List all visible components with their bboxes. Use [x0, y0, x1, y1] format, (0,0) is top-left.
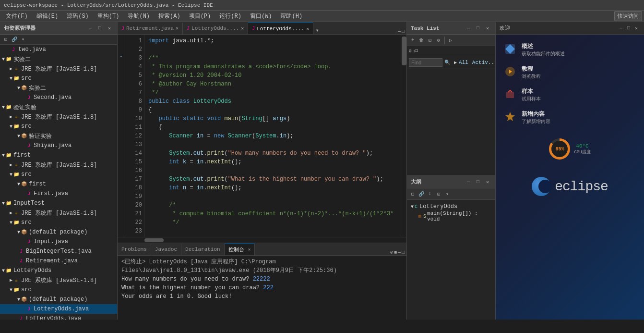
tree-item-default-pkg2[interactable]: ▼ 📦 (default package) [0, 295, 117, 304]
task-expand-btn[interactable]: ▷ [447, 37, 454, 44]
tree-item-yanzheng[interactable]: ▼ 📁 验证实验 [0, 102, 117, 112]
outline-close-btn[interactable]: ✕ [484, 178, 491, 186]
task-minimize-btn[interactable]: — [465, 25, 472, 32]
tree-item-jre-input[interactable]: ▶ ☕ JRE 系统库 [JavaSE-1.8] [0, 208, 117, 218]
tab-javadoc[interactable]: Javadoc [151, 244, 181, 255]
find-activ-btn[interactable]: Activ... [472, 60, 498, 65]
tree-item-jre-yanzheng[interactable]: ▶ ☕ JRE 系统库 [JavaSE-1.8] [0, 112, 117, 122]
sidebar-close-btn[interactable]: ✕ [106, 25, 113, 32]
menu-navigate[interactable]: 导航(N) [124, 11, 154, 21]
tree-item-first[interactable]: ▼ 📁 first [0, 150, 117, 160]
menu-project[interactable]: 项目(P) [185, 11, 215, 21]
code-editor[interactable]: - 1234567 891011121314 15161718192021 22… [118, 35, 406, 237]
editor-hscrollbar[interactable] [118, 237, 406, 243]
outline-collapse-btn[interactable]: ⊟ [409, 190, 417, 198]
console-minimize-btn[interactable]: — [398, 250, 401, 255]
scroll-thumb[interactable] [402, 37, 406, 65]
tree-item-src-shiyan2[interactable]: ▼ 📁 src [0, 74, 117, 83]
welcome-maximize-btn[interactable]: □ [625, 25, 632, 32]
menu-run[interactable]: 运行(R) [215, 11, 245, 21]
code-content[interactable]: import java.util.*; /** * This program d… [144, 35, 401, 237]
task-close-btn[interactable]: ✕ [484, 25, 491, 32]
welcome-item-overview[interactable]: 概述 获取功能部件的概述 [503, 42, 636, 57]
tab-lotteryodds2-close[interactable]: ✕ [306, 26, 309, 32]
tree-item-first-pkg[interactable]: ▼ 📦 first [0, 179, 117, 189]
tree-item-src-input[interactable]: ▼ 📁 src [0, 218, 117, 227]
task-maximize-btn[interactable]: □ [474, 25, 482, 32]
find-all-btn[interactable]: All [459, 60, 468, 65]
menu-edit[interactable]: 编辑(E) [33, 11, 62, 21]
task-settings-btn[interactable]: ⚙ [435, 37, 442, 44]
tab-declaration[interactable]: Declaration [181, 244, 225, 255]
tab-retirement-close[interactable]: ✕ [176, 25, 179, 31]
maximize-editor-btn[interactable]: □ [402, 29, 405, 34]
welcome-item-tutorial[interactable]: 教程 浏览教程 [503, 65, 636, 80]
tree-item-default-pkg[interactable]: ▼ 📦 (default package) [0, 227, 117, 237]
tree-item-lotteryodds[interactable]: ▼ 📁 LotteryOdds [0, 266, 117, 275]
console-terminate-btn[interactable]: ■ [394, 250, 397, 255]
tab-console-close[interactable]: ✕ [248, 247, 250, 252]
task-delete-btn[interactable]: 🗑 [417, 37, 425, 44]
menu-window[interactable]: 窗口(W) [246, 11, 276, 21]
welcome-minimize-btn[interactable]: — [617, 25, 625, 32]
outline-sort-btn[interactable]: ↕ [426, 190, 434, 198]
menu-file[interactable]: 文件(F) [2, 11, 32, 21]
tree-item-two-java[interactable]: J two.java [0, 45, 117, 54]
tree-item-input-java[interactable]: J Input.java [0, 237, 117, 247]
outline-more-btn[interactable]: ▾ [443, 190, 451, 198]
outline-filter-btn[interactable]: ⊡ [435, 190, 442, 198]
task-filter-btn[interactable]: ⊡ [426, 37, 434, 44]
tree-item-first-java[interactable]: J First.java [0, 189, 117, 198]
menu-search[interactable]: 搜索(A) [155, 11, 184, 21]
tab-console[interactable]: 控制台 ✕ [225, 244, 255, 255]
outline-item-main[interactable]: m S main(String[]) : void [409, 211, 493, 221]
collapse-all-icon[interactable]: ⊟ [2, 36, 10, 43]
tree-item-src-yanzheng[interactable]: ▼ 📁 src [0, 122, 117, 131]
tree-item-retirement[interactable]: J Retirement.java [0, 256, 117, 266]
sidebar-maximize-btn[interactable]: □ [96, 25, 104, 32]
find-arrow-icon[interactable]: ▶ [454, 60, 457, 65]
welcome-item-samples[interactable]: 样本 试用样本 [503, 87, 636, 102]
tree-item-jre-first[interactable]: ▶ ☕ JRE 系统库 [JavaSE-1.8] [0, 160, 117, 170]
view-menu-icon[interactable]: ▾ [19, 36, 27, 43]
tree-item-shiyan-java[interactable]: J Shiyan.java [0, 141, 117, 150]
outline-minimize-btn[interactable]: — [465, 178, 472, 186]
tree-item-yanzheng-pkg[interactable]: ▼ 📦 验证实验 [0, 131, 117, 141]
tree-item-shiyan2-pkg[interactable]: ▼ 📦 实验二 [0, 83, 117, 93]
tab-overflow-btn[interactable]: ▾ [313, 27, 321, 34]
tab-lotteryodds1[interactable]: J LotteryOdds.... ✕ [183, 23, 248, 34]
tree-item-jre-shiyan2[interactable]: ▶ ☕ JRE 系统库 [JavaSE-1.8] [0, 64, 117, 74]
tab-lotteryodds2[interactable]: J LotteryOdds.... ✕ [248, 23, 313, 34]
tree-item-lotteryodds-java2[interactable]: J LotteryOdds.java [0, 314, 117, 320]
task-new-btn[interactable]: + [409, 37, 417, 44]
tree-item-shiyan2[interactable]: ▼ 📁 实验二 [0, 54, 117, 64]
welcome-item-new[interactable]: 新增内容 了解新增内容 [503, 110, 636, 125]
tree-item-src-lottery[interactable]: ▼ 📁 src [0, 285, 117, 295]
outline-link-btn[interactable]: 🔗 [417, 190, 425, 198]
tree-item-biginteger[interactable]: J BigIntegerTest.java [0, 247, 117, 256]
editor-scrollbar[interactable] [401, 35, 406, 237]
console-clear-btn[interactable]: ⊘ [390, 249, 393, 255]
tab-retirement[interactable]: J Retirement.java ✕ [118, 23, 183, 34]
outline-item-lotteryodds[interactable]: ▼ C LotteryOdds [409, 202, 493, 211]
menu-help[interactable]: 帮助(H) [276, 11, 306, 21]
tree-item-inputtest[interactable]: ▼ 📁 InputTest [0, 198, 117, 208]
menu-refactor[interactable]: 重构(T) [94, 11, 123, 21]
hscroll-thumb[interactable] [144, 238, 164, 242]
quick-access-button[interactable]: 快速访问 [614, 11, 642, 21]
console-maximize-btn[interactable]: □ [402, 250, 405, 255]
tree-item-src-first[interactable]: ▼ 📁 src [0, 170, 117, 179]
link-with-editor-icon[interactable]: 🔗 [11, 36, 18, 43]
tree-item-second-java[interactable]: J Second.java [0, 93, 117, 102]
sidebar-minimize-btn[interactable]: — [86, 25, 94, 32]
tree-item-jre-lottery[interactable]: ▶ ☕ JRE 系统库 [JavaSE-1.8] [0, 275, 117, 285]
outline-maximize-btn[interactable]: □ [474, 178, 482, 186]
tree-item-lotteryodds-java[interactable]: J LotteryOdds.java [0, 304, 117, 314]
tab-lotteryodds1-close[interactable]: ✕ [241, 25, 244, 31]
find-search-icon[interactable]: 🔍 [444, 60, 450, 65]
menu-source[interactable]: 源码(S) [63, 11, 93, 21]
welcome-close-btn[interactable]: ✕ [632, 25, 640, 32]
find-input[interactable] [409, 58, 442, 67]
tab-problems[interactable]: Problems [118, 244, 151, 255]
minimize-editor-btn[interactable]: — [398, 29, 401, 34]
